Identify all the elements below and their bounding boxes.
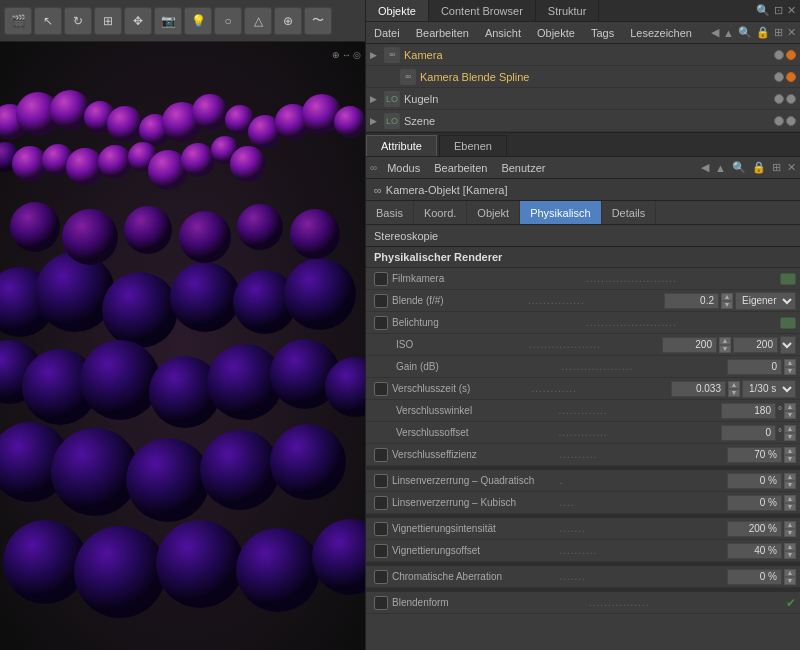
light-icon[interactable]: 💡 <box>184 7 212 35</box>
vis-dot5[interactable] <box>774 94 784 104</box>
object-row-kugeln[interactable]: ▶ LO Kugeln <box>366 88 800 110</box>
ve-up[interactable]: ▲ <box>784 447 796 455</box>
close2-icon[interactable]: ✕ <box>787 26 796 39</box>
voff-input[interactable] <box>727 543 782 559</box>
lk-up[interactable]: ▲ <box>784 495 796 503</box>
sphere-icon[interactable]: ○ <box>214 7 242 35</box>
subtab-basis[interactable]: Basis <box>366 201 414 224</box>
null-icon[interactable]: ⊕ <box>274 7 302 35</box>
stereoskopie-row[interactable]: Stereoskopie <box>366 225 800 247</box>
ca-input[interactable] <box>727 569 782 585</box>
lk-checkbox[interactable] <box>374 496 388 510</box>
tab-objekte[interactable]: Objekte <box>366 0 429 21</box>
vo-down[interactable]: ▼ <box>784 433 796 441</box>
tab-attribute[interactable]: Attribute <box>366 135 437 156</box>
vi-input[interactable] <box>727 521 782 537</box>
filmkamera-checkbox[interactable] <box>374 272 388 286</box>
attr-menu-bearbeiten[interactable]: Bearbeiten <box>430 160 491 176</box>
attr-close-icon[interactable]: ✕ <box>787 161 796 174</box>
lq-down[interactable]: ▼ <box>784 481 796 489</box>
attr-triangle-icon[interactable]: ▲ <box>715 162 726 174</box>
menu-tags[interactable]: Tags <box>587 25 618 41</box>
iso-select[interactable]: ▼ <box>780 336 796 354</box>
iso-input[interactable] <box>662 337 717 353</box>
forward-icon[interactable]: ▲ <box>723 27 734 39</box>
tab-struktur[interactable]: Struktur <box>536 0 600 21</box>
verschlusszeit-input[interactable] <box>671 381 726 397</box>
subtab-koord[interactable]: Koord. <box>414 201 467 224</box>
spline-icon[interactable]: 〜 <box>304 7 332 35</box>
back-icon[interactable]: ◀ <box>711 26 719 39</box>
blende-input[interactable] <box>664 293 719 309</box>
scale-icon[interactable]: ⊞ <box>94 7 122 35</box>
subtab-details[interactable]: Details <box>602 201 657 224</box>
attr-grid-icon[interactable]: ⊞ <box>772 161 781 174</box>
menu-lesezeichen[interactable]: Lesezeichen <box>626 25 696 41</box>
belichtung-checkbox[interactable] <box>374 316 388 330</box>
ca-down[interactable]: ▼ <box>784 577 796 585</box>
menu-bearbeiten[interactable]: Bearbeiten <box>412 25 473 41</box>
blende-select[interactable]: Eigener <box>735 292 796 310</box>
attr-search-icon[interactable]: 🔍 <box>732 161 746 174</box>
film-icon[interactable]: 🎬 <box>4 7 32 35</box>
lk-input[interactable] <box>727 495 782 511</box>
attr-back-icon[interactable]: ◀ <box>701 161 709 174</box>
ve-down[interactable]: ▼ <box>784 455 796 463</box>
gain-up[interactable]: ▲ <box>784 359 796 367</box>
cursor-icon[interactable]: ↖ <box>34 7 62 35</box>
vi-checkbox[interactable] <box>374 522 388 536</box>
voff-down[interactable]: ▼ <box>784 551 796 559</box>
window-icon[interactable]: ⊡ <box>774 4 783 17</box>
rotate-icon[interactable]: ↻ <box>64 7 92 35</box>
object-row-szene[interactable]: ▶ LO Szene <box>366 110 800 132</box>
vo-input[interactable] <box>721 425 776 441</box>
iso-down[interactable]: ▼ <box>719 345 731 353</box>
blende-down[interactable]: ▼ <box>721 301 733 309</box>
object-row-kamera[interactable]: ▶ ∞ Kamera <box>366 44 800 66</box>
bf-checkbox[interactable] <box>374 596 388 610</box>
move-icon[interactable]: ✥ <box>124 7 152 35</box>
menu-datei[interactable]: Datei <box>370 25 404 41</box>
gain-input[interactable] <box>727 359 782 375</box>
vis-dot7[interactable] <box>774 116 784 126</box>
tab-ebenen[interactable]: Ebenen <box>439 135 507 156</box>
menu-ansicht[interactable]: Ansicht <box>481 25 525 41</box>
attr-lock-icon[interactable]: 🔒 <box>752 161 766 174</box>
subtab-objekt[interactable]: Objekt <box>467 201 520 224</box>
lk-down[interactable]: ▼ <box>784 503 796 511</box>
iso-up[interactable]: ▲ <box>719 337 731 345</box>
vi-up[interactable]: ▲ <box>784 521 796 529</box>
vw-down[interactable]: ▼ <box>784 411 796 419</box>
ve-input[interactable] <box>727 447 782 463</box>
verschlusszeit-select[interactable]: 1/30 s <box>742 380 796 398</box>
voff-up[interactable]: ▲ <box>784 543 796 551</box>
vw-input[interactable] <box>721 403 776 419</box>
vis-dot1[interactable] <box>774 50 784 60</box>
vis-dot2[interactable] <box>786 50 796 60</box>
ve-checkbox[interactable] <box>374 448 388 462</box>
blende-checkbox[interactable] <box>374 294 388 308</box>
ca-up[interactable]: ▲ <box>784 569 796 577</box>
vis-dot6[interactable] <box>786 94 796 104</box>
vo-up[interactable]: ▲ <box>784 425 796 433</box>
attr-menu-modus[interactable]: Modus <box>383 160 424 176</box>
tab-content-browser[interactable]: Content Browser <box>429 0 536 21</box>
subtab-physikalisch[interactable]: Physikalisch <box>520 201 602 224</box>
lock-icon[interactable]: 🔒 <box>756 26 770 39</box>
verschlusszeit-up[interactable]: ▲ <box>728 381 740 389</box>
polygon-icon[interactable]: △ <box>244 7 272 35</box>
lq-checkbox[interactable] <box>374 474 388 488</box>
iso-input2[interactable] <box>733 337 778 353</box>
object-row-blende[interactable]: ∞ Kamera Blende Spline <box>366 66 800 88</box>
camera-tool-icon[interactable]: 📷 <box>154 7 182 35</box>
gain-down[interactable]: ▼ <box>784 367 796 375</box>
vis-dot3[interactable] <box>774 72 784 82</box>
lq-up[interactable]: ▲ <box>784 473 796 481</box>
ca-checkbox[interactable] <box>374 570 388 584</box>
search-icon[interactable]: 🔍 <box>756 4 770 17</box>
search2-icon[interactable]: 🔍 <box>738 26 752 39</box>
voff-checkbox[interactable] <box>374 544 388 558</box>
blende-up[interactable]: ▲ <box>721 293 733 301</box>
close-icon[interactable]: ✕ <box>787 4 796 17</box>
more-icon[interactable]: ⊞ <box>774 26 783 39</box>
